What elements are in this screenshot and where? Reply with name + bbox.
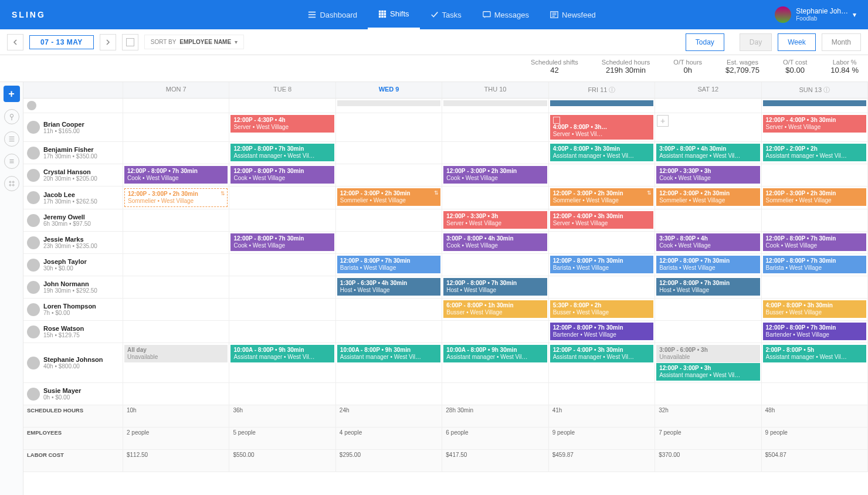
cell-3-1[interactable] [229,187,335,209]
shift-block[interactable]: 12:00P - 3:00P • 3hAssistant manager • W… [656,363,760,381]
cell-8-2[interactable] [336,299,442,321]
shift-block[interactable]: 12:00P - 4:30P • 4hServer • West Village [230,115,334,133]
shift-block[interactable]: 2:00P - 8:00P • 5hAssistant manager • We… [763,345,866,362]
rail-location-icon[interactable] [4,109,19,124]
cell-7-4[interactable] [549,276,655,299]
cell-3-3[interactable] [442,187,548,209]
sort-dropdown[interactable]: SORT BY EMPLOYEE NAME ▾ [144,35,244,49]
cell-4-6[interactable] [762,209,868,232]
cell-6-5[interactable]: 12:00P - 8:00P • 7h 30minBarista • West … [655,254,761,276]
cell-1-5[interactable]: 3:00P - 8:00P • 4h 30minAssistant manage… [655,142,761,164]
cell-6-1[interactable] [229,254,335,276]
cell-0-1[interactable]: 12:00P - 4:30P • 4hServer • West Village [229,113,335,142]
user-menu[interactable]: Stephanie Joh… Foodlab ▾ [775,6,856,23]
cell-6-6[interactable]: 12:00P - 8:00P • 7h 30minBarista • West … [762,254,868,276]
cell-10-3[interactable]: 10:00A - 8:00P • 9h 30minAssistant manag… [442,343,548,383]
employee-11[interactable]: Susie Mayer0h • $0.00 [23,383,123,405]
day-header-3[interactable]: THU 10 [442,82,548,99]
cell-2-4[interactable] [549,164,655,187]
cell-10-1[interactable]: 10:00A - 8:00P • 9h 30minAssistant manag… [229,343,335,383]
shift-block[interactable]: 12:00P - 8:00P • 7h 30minCook • West Vil… [230,166,334,184]
cell-9-4[interactable]: 12:00P - 8:00P • 7h 30minBartender • Wes… [549,321,655,343]
employee-2[interactable]: Crystal Hanson20h 30min • $205.00 [23,164,123,187]
add-shift-button[interactable]: + [4,86,20,102]
shift-block[interactable]: 12:00P - 8:00P • 7h 30minBarista • West … [763,256,866,273]
view-month-button[interactable]: Month [822,33,861,51]
cell-11-5[interactable] [655,383,761,405]
rail-list-icon[interactable] [4,131,19,147]
shift-block[interactable]: 12:00P - 8:00P • 7h 30minHost • West Vil… [443,278,547,296]
employee-4[interactable]: Jeremy Owell6h 30min • $97.50 [23,209,123,232]
cell-10-6[interactable]: 2:00P - 8:00P • 5hAssistant manager • We… [762,343,868,383]
cell-0-0[interactable] [123,113,229,142]
employee-0[interactable]: Brian Cooper11h • $165.00 [23,113,123,142]
cell-3-0[interactable]: 12:00P - 3:00P • 2h 30minSommelier • Wes… [123,187,229,209]
shift-block[interactable]: 12:00P - 3:30P • 3hServer • West Village [443,211,547,229]
shift-block[interactable]: 12:00P - 8:00P • 7h 30minAssistant manag… [230,144,334,161]
cell-3-6[interactable]: 12:00P - 3:00P • 2h 30minSommelier • Wes… [762,187,868,209]
cell-1-6[interactable]: 12:00P - 2:00P • 2hAssistant manager • W… [762,142,868,164]
cell-1-0[interactable] [123,142,229,164]
nav-messages[interactable]: Messages [472,0,540,29]
cell-11-4[interactable] [549,383,655,405]
cell-8-1[interactable] [229,299,335,321]
cell-9-0[interactable] [123,321,229,343]
cell-2-0[interactable]: 12:00P - 8:00P • 7h 30minCook • West Vil… [123,164,229,187]
cell-8-6[interactable]: 4:00P - 8:00P • 3h 30minBusser • West Vi… [762,299,868,321]
cell-3-5[interactable]: 12:00P - 3:00P • 2h 30minSommelier • Wes… [655,187,761,209]
shift-block[interactable]: 12:00P - 3:00P • 2h 30minSommelier • Wes… [763,188,866,206]
shift-block[interactable]: 12:00P - 8:00P • 7h 30minCook • West Vil… [763,233,866,251]
shift-block[interactable]: 3:30P - 8:00P • 4hCook • West Village [656,233,760,251]
cell-3-4[interactable]: 12:00P - 3:00P • 2h 30minSommelier • Wes… [549,187,655,209]
shift-block[interactable]: 4:00P - 8:00P • 3h…Server • West Vil… [550,115,653,140]
cell-11-0[interactable] [123,383,229,405]
cell-3-2[interactable]: 12:00P - 3:00P • 2h 30minSommelier • Wes… [336,187,442,209]
shift-block[interactable]: 12:00P - 8:00P • 7h 30minBartender • Wes… [550,323,653,340]
cell-6-3[interactable] [442,254,548,276]
shift-block[interactable]: 12:00P - 3:00P • 2h 30minSommelier • Wes… [337,188,440,206]
shift-block[interactable]: 12:00P - 4:00P • 3h 30minServer • West V… [763,115,866,133]
shift-block[interactable]: 12:00P - 3:00P • 2h 30minSommelier • Wes… [656,188,760,206]
cell-9-5[interactable] [655,321,761,343]
cell-7-0[interactable] [123,276,229,299]
cell-11-2[interactable] [336,383,442,405]
day-header-1[interactable]: TUE 8 [229,82,335,99]
cell-8-5[interactable] [655,299,761,321]
cell-11-3[interactable] [442,383,548,405]
shift-block[interactable]: 12:00P - 3:00P • 2h 30minCook • West Vil… [443,166,547,184]
employee-9[interactable]: Rose Watson15h • $129.75 [23,321,123,343]
cell-8-4[interactable]: 5:30P - 8:00P • 2hBusser • West Village [549,299,655,321]
shift-block[interactable]: 10:00A - 8:00P • 9h 30minAssistant manag… [230,345,334,362]
cell-0-5[interactable] [655,113,761,142]
shift-block[interactable]: 10:00A - 8:00P • 9h 30minAssistant manag… [443,345,547,362]
cell-0-3[interactable] [442,113,548,142]
view-day-button[interactable]: Day [740,33,772,51]
shift-block[interactable]: 6:00P - 8:00P • 1h 30minBusser • West Vi… [443,300,547,318]
day-header-6[interactable]: SUN 13 [762,82,868,99]
select-all-checkbox[interactable] [122,34,138,50]
shift-block[interactable]: 10:00A - 8:00P • 9h 30minAssistant manag… [337,345,440,362]
shift-block[interactable]: 12:00P - 8:00P • 7h 30minCook • West Vil… [230,233,334,251]
nav-tasks[interactable]: Tasks [420,0,472,29]
cell-11-1[interactable] [229,383,335,405]
cell-8-3[interactable]: 6:00P - 8:00P • 1h 30minBusser • West Vi… [442,299,548,321]
cell-4-2[interactable] [336,209,442,232]
cell-2-2[interactable] [336,164,442,187]
shift-block[interactable]: 5:30P - 8:00P • 2hBusser • West Village [550,300,653,318]
cell-6-2[interactable]: 12:00P - 8:00P • 7h 30minBarista • West … [336,254,442,276]
next-week-button[interactable] [100,34,116,50]
cell-4-4[interactable]: 12:00P - 4:00P • 3h 30minServer • West V… [549,209,655,232]
shift-block[interactable]: 12:00P - 2:00P • 2hAssistant manager • W… [763,144,866,161]
cell-1-3[interactable] [442,142,548,164]
cell-10-5[interactable]: 3:00P - 6:00P • 3hUnavailable12:00P - 3:… [655,343,761,383]
shift-block[interactable]: 12:00P - 8:00P • 7h 30minHost • West Vil… [656,278,760,296]
cell-4-5[interactable] [655,209,761,232]
today-button[interactable]: Today [686,33,724,51]
rail-menu-icon[interactable] [4,154,19,169]
shift-block[interactable]: 1:30P - 6:30P • 4h 30minHost • West Vill… [337,278,440,296]
shift-block[interactable]: 4:00P - 8:00P • 3h 30minBusser • West Vi… [763,300,866,318]
cell-5-5[interactable]: 3:30P - 8:00P • 4hCook • West Village [655,232,761,254]
cell-6-0[interactable] [123,254,229,276]
day-header-4[interactable]: FRI 11 [549,82,655,99]
date-range[interactable]: 07 - 13 MAY [29,35,94,49]
